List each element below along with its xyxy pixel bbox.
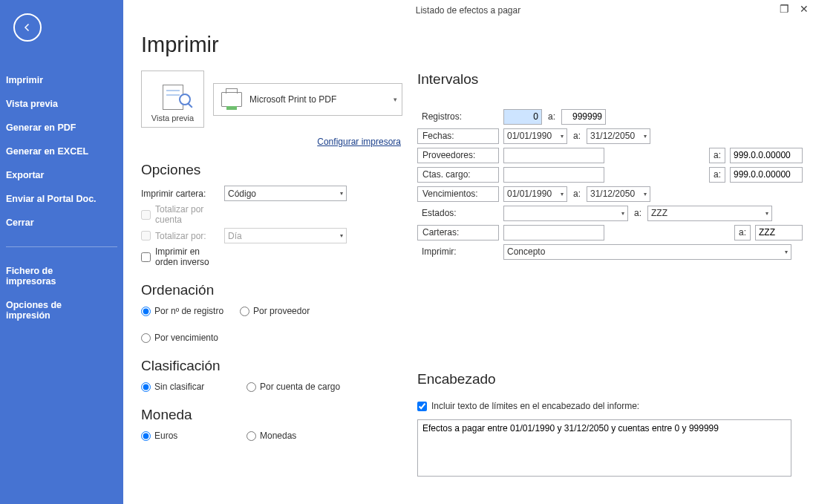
radio-sin-clasificar[interactable]: Sin clasificar [141,382,230,392]
radio-cuenta-cargo-input[interactable] [246,382,256,392]
nav-opciones-impresion[interactable]: Opciones de impresión [0,293,123,327]
carteras-from-input[interactable] [503,225,604,240]
fechas-to-value: 31/12/2050 [590,131,635,141]
totalizar-por-input [141,231,151,240]
nav-cerrar[interactable]: Cerrar [0,211,123,235]
column-right: Intervalos Registros: a: Fechas: 01/01/1… [417,33,803,494]
incluir-texto-checkbox[interactable]: Incluir texto de límites en el encabezad… [417,401,639,411]
totalizar-por-value: Día [228,231,242,241]
carteras-to-input[interactable] [755,225,803,240]
row-orden-inverso: Imprimir en orden inverso [141,246,402,267]
nav-excel[interactable]: Generar en EXCEL [0,140,123,163]
close-icon[interactable]: ✕ [800,3,809,15]
sep-button[interactable]: a: [709,167,725,183]
registros-from-input[interactable] [503,109,542,125]
radio-monedas-input[interactable] [246,431,256,441]
fechas-from-input[interactable]: 01/01/1990▾ [503,128,567,144]
orden-inverso-checkbox[interactable]: Imprimir en orden inverso [141,246,224,267]
encabezado-textarea[interactable] [417,419,791,477]
venc-from-input[interactable]: 01/01/1990▾ [503,186,567,202]
nav-imprimir[interactable]: Imprimir [0,68,123,92]
restore-icon[interactable]: ❐ [780,3,789,15]
moneda-heading: Moneda [141,407,402,423]
back-button[interactable] [13,13,42,42]
totalizar-cuenta-checkbox: Totalizar por cuenta [141,204,224,225]
row-totalizar-por: Totalizar por: Día ▾ [141,228,402,243]
orden-inverso-input[interactable] [141,252,151,262]
nav-pdf[interactable]: Generar en PDF [0,116,123,140]
sep-button[interactable]: a: [734,225,751,240]
nav-separator [6,246,117,247]
radio-proveedor[interactable]: Por proveedor [240,306,310,316]
imprimir-value: Concepto [507,246,545,257]
venc-label-button[interactable]: Vencimientos: [417,186,499,202]
preview-button[interactable]: Vista previa [141,71,204,128]
radio-monedas[interactable]: Monedas [246,431,296,441]
chevron-down-icon: ▾ [340,232,343,239]
radio-monedas-label: Monedas [260,431,296,441]
radio-cuenta-cargo[interactable]: Por cuenta de cargo [246,382,340,392]
nav-secondary: Fichero de impresoras Opciones de impres… [0,259,123,327]
chevron-down-icon: ▾ [785,249,788,255]
proveedores-to-input[interactable] [730,148,803,163]
incluir-texto-input[interactable] [417,402,427,411]
chevron-down-icon: ▾ [644,133,647,140]
estados-from-select[interactable]: ▾ [503,206,628,221]
carteras-label-button[interactable]: Carteras: [417,225,499,240]
radio-vencimiento-input[interactable] [141,333,151,343]
venc-from-value: 01/01/1990 [507,189,552,199]
encabezado-heading: Encabezado [417,371,803,387]
fechas-label-button[interactable]: Fechas: [417,128,499,144]
estados-to-select[interactable]: ZZZ▾ [647,206,772,221]
configure-printer-link[interactable]: Configurar impresora [141,137,401,147]
nav-vista-previa[interactable]: Vista previa [0,92,123,116]
fechas-to-input[interactable]: 31/12/2050▾ [587,128,650,144]
row-vencimientos: Vencimientos: 01/01/1990▾ a: 31/12/2050▾ [417,186,803,202]
row-fechas: Fechas: 01/01/1990▾ a: 31/12/2050▾ [417,128,803,144]
printer-icon [221,92,242,107]
radio-sin-clasificar-label: Sin clasificar [154,382,204,392]
printer-select[interactable]: Microsoft Print to PDF ▾ [213,83,402,116]
registros-label: Registros: [417,109,499,125]
registros-to-input[interactable] [561,109,606,125]
ctas-to-input[interactable] [730,167,803,183]
titlebar: Listado de efectos a pagar ❐ ✕ [123,0,813,21]
radio-sin-clasificar-input[interactable] [141,382,151,392]
ctas-from-input[interactable] [503,167,604,183]
magnifier-icon [179,94,191,105]
nav-portal[interactable]: Enviar al Portal Doc. [0,187,123,211]
intervalos-heading: Intervalos [417,71,803,88]
row-totalizar-cuenta: Totalizar por cuenta [141,204,402,225]
chevron-down-icon: ▾ [394,96,397,103]
estados-label: Estados: [417,206,499,221]
venc-to-input[interactable]: 31/12/2050▾ [587,186,650,202]
proveedores-label-button[interactable]: Proveedores: [417,148,499,163]
totalizar-cuenta-label: Totalizar por cuenta [155,204,224,225]
row-imprimir-cartera: Imprimir cartera: Código ▾ [141,186,402,201]
sidebar: Imprimir Vista previa Generar en PDF Gen… [0,0,123,504]
totalizar-por-label: Totalizar por: [155,231,206,241]
nav-exportar[interactable]: Exportar [0,163,123,187]
row-estados: Estados: ▾ a: ZZZ▾ [417,205,803,221]
chevron-down-icon: ▾ [765,210,768,217]
imprimir-label: Imprimir: [417,244,499,260]
ordenacion-radios: Por nº de registro Por proveedor Por ven… [141,306,402,343]
radio-proveedor-input[interactable] [240,307,249,316]
proveedores-from-input[interactable] [503,148,604,163]
chevron-down-icon: ▾ [561,133,564,140]
cartera-select[interactable]: Código ▾ [224,186,347,201]
totalizar-por-checkbox: Totalizar por: [141,231,224,241]
radio-proveedor-label: Por proveedor [253,306,310,316]
imprimir-select[interactable]: Concepto▾ [503,244,791,260]
ctas-label-button[interactable]: Ctas. cargo: [417,167,499,183]
nav-fichero-impresoras[interactable]: Fichero de impresoras [0,259,123,293]
chevron-down-icon: ▾ [644,191,647,197]
radio-vencimiento[interactable]: Por vencimiento [141,333,218,343]
radio-euros[interactable]: Euros [141,431,230,441]
sep-button[interactable]: a: [709,148,725,163]
radio-euros-input[interactable] [141,431,151,441]
window-title: Listado de efectos a pagar [416,5,520,16]
radio-registro-input[interactable] [141,307,151,316]
opciones-heading: Opciones [141,162,402,178]
radio-registro[interactable]: Por nº de registro [141,306,223,316]
